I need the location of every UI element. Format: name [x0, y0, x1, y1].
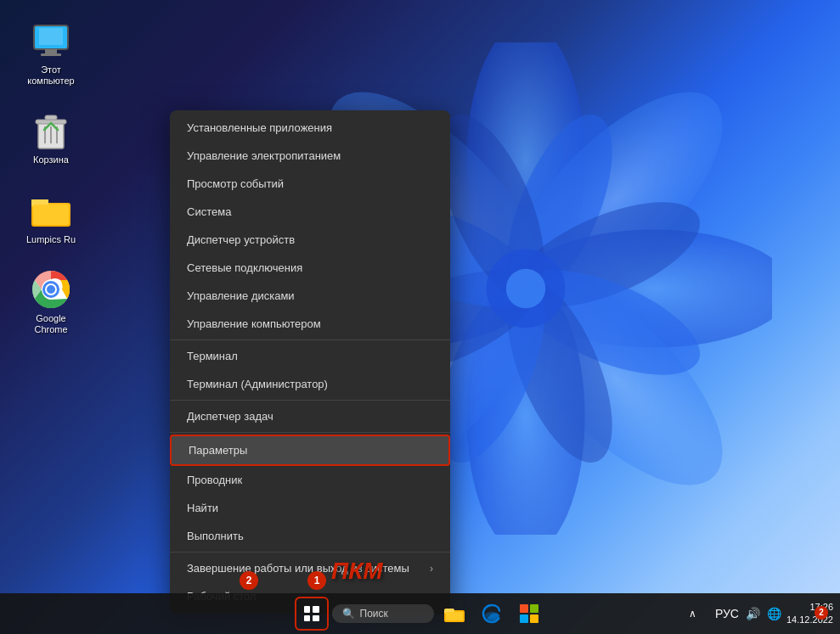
svg-rect-38: [446, 612, 463, 620]
desktop-icon-chrome-label: Google Chrome: [20, 313, 82, 335]
svg-rect-24: [45, 115, 57, 120]
desktop-icon-recycle-bin-label: Корзина: [33, 154, 69, 166]
svg-point-35: [47, 285, 55, 294]
menu-item-installed-apps[interactable]: Установленные приложения: [170, 114, 450, 142]
desktop-icon-lumpics[interactable]: Lumpics Ru: [17, 187, 85, 249]
monitor-icon: [31, 20, 71, 61]
taskbar-search[interactable]: 🔍 Поиск: [332, 604, 434, 623]
system-tray: ∧ РУС 🔊 🌐 17:26 14.12.2022 2: [676, 597, 833, 631]
menu-divider-1: [170, 339, 450, 340]
svg-rect-43: [530, 614, 538, 623]
menu-item-terminal-admin[interactable]: Терминал (Администратор): [170, 370, 450, 398]
recycle-bin-icon: [31, 110, 71, 151]
menu-divider-2: [170, 400, 450, 401]
start-button[interactable]: [295, 597, 329, 631]
taskbar-store[interactable]: [512, 597, 546, 631]
menu-item-device-manager[interactable]: Диспетчер устройств: [170, 226, 450, 254]
menu-item-system[interactable]: Система: [170, 198, 450, 226]
chevron-up-icon: ∧: [689, 608, 696, 620]
svg-rect-19: [39, 28, 63, 45]
network-icon[interactable]: 🌐: [767, 607, 781, 620]
annotation-badge-2: 2: [240, 571, 258, 590]
chrome-icon: [31, 269, 71, 310]
menu-item-terminal[interactable]: Терминал: [170, 342, 450, 370]
menu-item-disk-management[interactable]: Управление дисками: [170, 282, 450, 310]
desktop: Этот компьютер Корзина: [0, 0, 840, 634]
desktop-icon-list: Этот компьютер Корзина: [17, 17, 85, 339]
taskbar: 🔍 Поиск: [0, 593, 840, 634]
language-indicator[interactable]: РУС: [715, 607, 739, 620]
menu-item-task-manager[interactable]: Диспетчер задач: [170, 402, 450, 430]
tray-overflow-button[interactable]: ∧: [676, 597, 710, 631]
pkm-annotation-label: ПКМ: [331, 558, 383, 585]
desktop-icon-recycle-bin[interactable]: Корзина: [17, 107, 85, 169]
svg-rect-20: [45, 49, 57, 53]
desktop-icon-lumpics-label: Lumpics Ru: [26, 234, 76, 245]
menu-item-settings[interactable]: Параметры: [170, 435, 450, 466]
speaker-icon[interactable]: 🔊: [746, 607, 760, 620]
menu-item-computer-management[interactable]: Управление компьютером: [170, 310, 450, 338]
arrow-icon: ›: [430, 563, 433, 575]
tray-icons-group: РУС 🔊 🌐: [715, 607, 781, 620]
taskbar-file-explorer[interactable]: [437, 597, 471, 631]
svg-rect-21: [41, 53, 61, 56]
desktop-icon-this-computer-label: Этот компьютер: [20, 65, 82, 87]
menu-divider-3: [170, 432, 450, 433]
search-label: Поиск: [360, 608, 388, 620]
menu-item-run[interactable]: Выполнить: [170, 522, 450, 550]
svg-rect-41: [530, 604, 538, 613]
svg-point-17: [506, 269, 545, 308]
windows-logo-icon: [304, 606, 319, 621]
menu-item-find[interactable]: Найти: [170, 494, 450, 522]
svg-rect-40: [520, 604, 528, 613]
annotation-badge-1: 1: [307, 571, 326, 590]
folder-icon: [31, 190, 71, 231]
search-icon: 🔍: [342, 608, 355, 620]
menu-item-network-connections[interactable]: Сетевые подключения: [170, 254, 450, 282]
menu-item-explorer[interactable]: Проводник: [170, 466, 450, 494]
svg-point-39: [485, 612, 499, 619]
notification-count-badge: 2: [815, 606, 828, 620]
desktop-icon-chrome[interactable]: Google Chrome: [17, 266, 85, 339]
taskbar-edge[interactable]: [475, 597, 509, 631]
svg-rect-31: [33, 205, 69, 225]
taskbar-center: 🔍 Поиск: [295, 597, 546, 631]
desktop-icon-this-computer[interactable]: Этот компьютер: [17, 17, 85, 90]
svg-rect-42: [520, 614, 528, 623]
menu-item-event-viewer[interactable]: Просмотр событий: [170, 170, 450, 198]
menu-item-power-management[interactable]: Управление электропитанием: [170, 142, 450, 170]
clock-container[interactable]: 17:26 14.12.2022 2: [786, 601, 833, 627]
context-menu: Установленные приложения Управление элек…: [170, 110, 450, 614]
menu-divider-4: [170, 552, 450, 553]
